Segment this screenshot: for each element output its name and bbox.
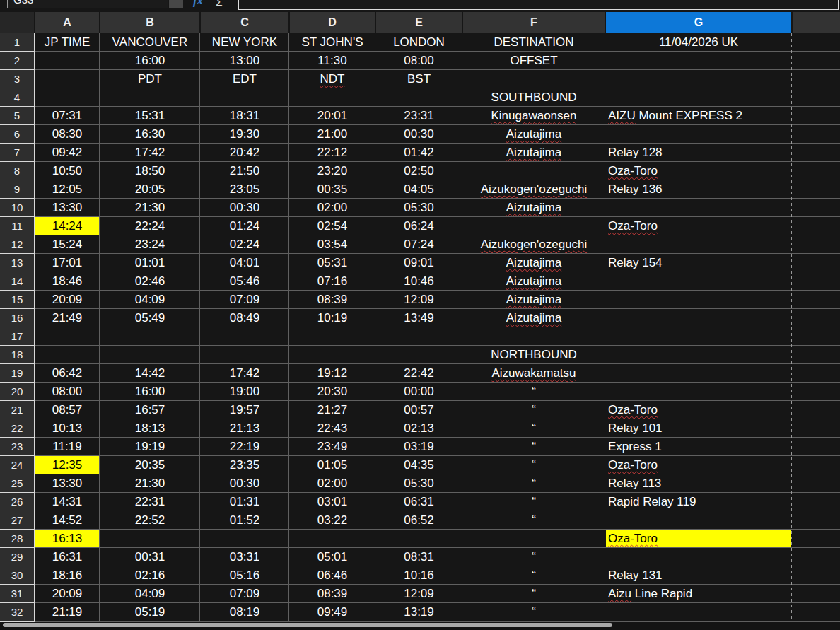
cell-D21[interactable]: 21:27 — [290, 401, 375, 419]
cell-F1[interactable]: DESTINATION — [463, 33, 605, 51]
cell-E28[interactable] — [376, 530, 462, 547]
row-header-14[interactable]: 14 — [0, 272, 34, 290]
cell-A1[interactable]: JP TIME — [35, 33, 99, 51]
cell-F21[interactable]: “ — [463, 401, 605, 419]
function-wizard-icon[interactable]: fx — [188, 0, 208, 8]
row-header-17[interactable]: 17 — [0, 327, 34, 345]
cell-A15[interactable]: 20:09 — [35, 291, 99, 308]
cell-A13[interactable]: 17:01 — [35, 254, 99, 272]
cell-B28[interactable] — [100, 530, 199, 547]
cell-A19[interactable]: 06:42 — [35, 364, 99, 382]
cell-E4[interactable] — [376, 88, 462, 106]
cell-G22[interactable]: Relay 101 — [606, 419, 791, 437]
column-header-stub[interactable] — [793, 12, 840, 33]
cell-C20[interactable]: 19:00 — [201, 383, 288, 400]
column-header-E[interactable]: E — [376, 12, 462, 33]
cell-A10[interactable]: 13:30 — [35, 199, 99, 216]
cell-C21[interactable]: 19:57 — [201, 401, 288, 419]
formula-input[interactable] — [238, 0, 839, 10]
cell-B32[interactable]: 05:19 — [100, 603, 199, 621]
cell-F25[interactable]: “ — [463, 474, 605, 492]
cell-D3[interactable]: NDT — [290, 70, 375, 88]
cell-D19[interactable]: 19:12 — [290, 364, 375, 382]
row-header-9[interactable]: 9 — [0, 180, 34, 198]
cell-C12[interactable]: 02:24 — [201, 235, 288, 253]
cell-G10[interactable] — [606, 199, 791, 216]
row-header-26[interactable]: 26 — [0, 493, 34, 511]
cell-C8[interactable]: 21:50 — [201, 162, 288, 180]
column-header-B[interactable]: B — [100, 12, 199, 33]
cell-E29[interactable]: 08:31 — [376, 548, 462, 566]
cell-E15[interactable]: 12:09 — [376, 291, 462, 308]
cell-C28[interactable] — [201, 530, 288, 547]
cell-B2[interactable]: 16:00 — [100, 52, 199, 69]
cell-A30[interactable]: 18:16 — [35, 566, 99, 584]
cell-C25[interactable]: 00:30 — [201, 474, 288, 492]
cell-G8[interactable]: Oza-Toro — [606, 162, 791, 180]
cell-C24[interactable]: 23:35 — [201, 456, 288, 474]
cell-D16[interactable]: 10:19 — [290, 309, 375, 327]
row-header-20[interactable]: 20 — [0, 383, 34, 400]
row-header-1[interactable]: 1 — [0, 33, 34, 51]
row-header-18[interactable]: 18 — [0, 346, 34, 363]
cell-D27[interactable]: 03:22 — [290, 511, 375, 529]
cell-B22[interactable]: 18:13 — [100, 419, 199, 437]
cell-B6[interactable]: 16:30 — [100, 125, 199, 143]
cell-E10[interactable]: 05:30 — [376, 199, 462, 216]
row-header-31[interactable]: 31 — [0, 585, 34, 602]
cell-C27[interactable]: 01:52 — [201, 511, 288, 529]
cell-G13[interactable]: Relay 154 — [606, 254, 791, 272]
cell-D17[interactable] — [290, 327, 375, 345]
cell-F27[interactable]: “ — [463, 511, 605, 529]
cell-A11[interactable]: 14:24 — [35, 217, 99, 235]
cell-E7[interactable]: 01:42 — [376, 144, 462, 161]
cell-G24[interactable]: Oza-Toro — [606, 456, 791, 474]
cell-B8[interactable]: 18:50 — [100, 162, 199, 180]
cell-D8[interactable]: 23:20 — [290, 162, 375, 180]
cell-F24[interactable]: “ — [463, 456, 605, 474]
cell-D28[interactable] — [290, 530, 375, 547]
cell-C17[interactable] — [201, 327, 288, 345]
cell-D20[interactable]: 20:30 — [290, 383, 375, 400]
row-header-23[interactable]: 23 — [0, 438, 34, 455]
cell-A18[interactable] — [35, 346, 99, 363]
cell-F9[interactable]: Aizukogen'ozeguchi — [463, 180, 605, 198]
cell-D4[interactable] — [290, 88, 375, 106]
cell-D10[interactable]: 02:00 — [290, 199, 375, 216]
cell-E16[interactable]: 13:49 — [376, 309, 462, 327]
cell-C32[interactable]: 08:19 — [201, 603, 288, 621]
cell-B17[interactable] — [100, 327, 199, 345]
cell-F22[interactable]: “ — [463, 419, 605, 437]
row-header-25[interactable]: 25 — [0, 474, 34, 492]
cell-F23[interactable]: “ — [463, 438, 605, 455]
cell-D5[interactable]: 20:01 — [290, 107, 375, 124]
cell-C5[interactable]: 18:31 — [201, 107, 288, 124]
row-header-8[interactable]: 8 — [0, 162, 34, 180]
column-header-A[interactable]: A — [35, 12, 99, 33]
cell-G27[interactable] — [606, 511, 791, 529]
row-header-29[interactable]: 29 — [0, 548, 34, 566]
row-header-13[interactable]: 13 — [0, 254, 34, 272]
cell-B25[interactable]: 21:30 — [100, 474, 199, 492]
cell-C15[interactable]: 07:09 — [201, 291, 288, 308]
cell-F6[interactable]: Aizutajima — [463, 125, 605, 143]
cell-E11[interactable]: 06:24 — [376, 217, 462, 235]
cell-A32[interactable]: 21:19 — [35, 603, 99, 621]
row-header-5[interactable]: 5 — [0, 107, 34, 124]
cell-G2[interactable] — [606, 52, 791, 69]
cell-A3[interactable] — [35, 70, 99, 88]
cell-E26[interactable]: 06:31 — [376, 493, 462, 511]
cell-F12[interactable]: Aizukogen'ozeguchi — [463, 235, 605, 253]
cell-B27[interactable]: 22:52 — [100, 511, 199, 529]
cell-D7[interactable]: 22:12 — [290, 144, 375, 161]
cell-C16[interactable]: 08:49 — [201, 309, 288, 327]
cell-C31[interactable]: 07:09 — [201, 585, 288, 602]
cell-F7[interactable]: Aizutajima — [463, 144, 605, 161]
horizontal-scrollbar[interactable] — [0, 622, 840, 630]
cell-D23[interactable]: 23:49 — [290, 438, 375, 455]
cell-F3[interactable] — [463, 70, 605, 88]
cell-C1[interactable]: NEW YORK — [201, 33, 288, 51]
cell-A26[interactable]: 14:31 — [35, 493, 99, 511]
row-header-12[interactable]: 12 — [0, 235, 34, 253]
row-header-16[interactable]: 16 — [0, 309, 34, 327]
